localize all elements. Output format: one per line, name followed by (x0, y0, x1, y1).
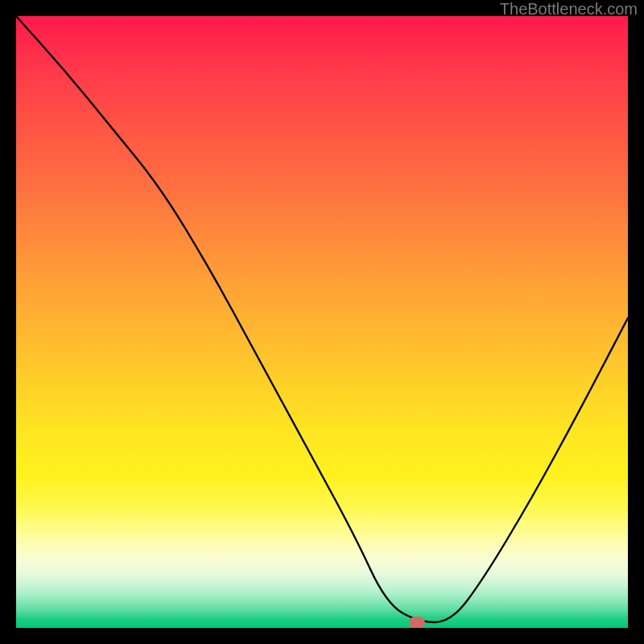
plot-area (16, 16, 628, 628)
optimum-marker (409, 617, 425, 628)
bottleneck-curve-path (16, 16, 628, 622)
watermark-text: TheBottleneck.com (500, 0, 638, 19)
curve-svg (16, 16, 628, 628)
chart-stage: TheBottleneck.com (0, 0, 644, 644)
